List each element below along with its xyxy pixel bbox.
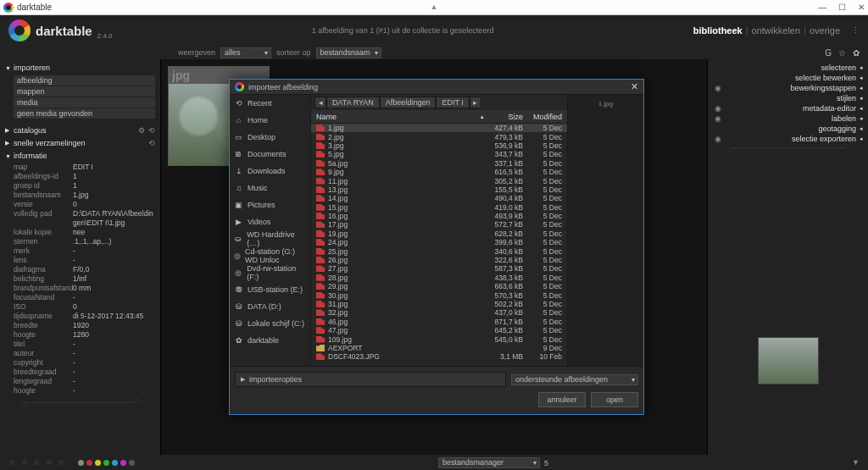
file-row[interactable]: 28.jpg438,3 kB5 Dec — [311, 274, 567, 282]
color-dot[interactable] — [112, 460, 118, 466]
dialog-titlebar[interactable]: importeer afbeelding ✕ — [230, 80, 643, 95]
place-music[interactable]: ♫Music — [230, 180, 310, 196]
file-row[interactable]: 31.jpg502,2 kB5 Dec — [311, 300, 567, 308]
place-videos[interactable]: ▶Videos — [230, 213, 310, 230]
place-recent[interactable]: ⟲Recent — [230, 95, 310, 112]
minimize-button[interactable]: — — [818, 3, 826, 12]
settings-icon[interactable]: ✿ — [853, 48, 860, 58]
gear-icon[interactable]: ⚙ — [138, 126, 145, 135]
eye-icon[interactable]: ◉ — [715, 84, 721, 92]
dialog-close-icon[interactable]: ✕ — [631, 81, 638, 92]
file-list[interactable]: 1.jpg427,4 kB5 Dec2.jpg479,3 kB5 Dec3.jp… — [311, 124, 567, 366]
place-wd-harddrive-[interactable]: ⛀WD Harddrive (…) — [230, 230, 310, 247]
file-row[interactable]: 2.jpg479,3 kB5 Dec — [311, 132, 567, 141]
color-dot[interactable] — [86, 460, 92, 466]
view-select[interactable]: alles — [220, 47, 271, 58]
reset-icon[interactable]: ⟲ — [148, 139, 155, 147]
place-downloads[interactable]: ⤓Downloads — [230, 163, 310, 180]
file-row[interactable]: 3.jpg536,9 kB5 Dec — [311, 141, 567, 150]
breadcrumb-segment[interactable]: DATA RYAN — [326, 97, 380, 108]
file-row[interactable]: 14.jpg490,4 kB5 Dec — [311, 194, 567, 202]
import-item[interactable]: media — [14, 97, 155, 108]
color-dot[interactable] — [95, 460, 101, 466]
module-stijlen[interactable]: stijlen◂ — [713, 93, 863, 103]
maximize-button[interactable]: ☐ — [838, 3, 846, 12]
file-row[interactable]: 5a.jpg337,1 kB5 Dec — [311, 159, 567, 168]
import-options-expander[interactable]: ▶importeeropties — [235, 372, 506, 387]
star-rating[interactable]: ☆ ☆ ☆ ☆ ☆ — [8, 458, 66, 467]
file-row[interactable]: 1.jpg427,4 kB5 Dec — [311, 124, 567, 132]
file-row[interactable]: DSCF4023.JPG3,1 MB10 Feb — [311, 352, 567, 361]
place-data-d-[interactable]: ⛁DATA (D:) — [230, 298, 310, 315]
module-geotagging[interactable]: geotagging◂ — [713, 124, 863, 134]
file-row[interactable]: 109.jpg545,0 kB5 Dec — [311, 335, 567, 343]
nav-back-icon[interactable]: ◂ — [314, 97, 326, 108]
file-row[interactable]: 5.jpg343,7 kB5 Dec — [311, 150, 567, 158]
file-row[interactable]: 9.jpg616,5 kB5 Dec — [311, 168, 567, 176]
file-row[interactable]: 25.jpg340,6 kB5 Dec — [311, 246, 567, 255]
mode-library[interactable]: bibliotheek — [693, 25, 743, 36]
open-button[interactable]: open — [591, 392, 638, 407]
file-row[interactable]: 30.jpg570,3 kB5 Dec — [311, 290, 567, 299]
place-desktop[interactable]: ▭Desktop — [230, 129, 310, 146]
place-pictures[interactable]: ▣Pictures — [230, 196, 310, 213]
color-labels[interactable] — [78, 460, 135, 466]
file-row[interactable]: 15.jpg419,0 kB5 Dec — [311, 203, 567, 212]
section-import[interactable]: ▼importeren — [5, 63, 155, 73]
mode-other[interactable]: overige — [810, 25, 840, 36]
file-row[interactable]: 17.jpg572,7 kB5 Dec — [311, 220, 567, 229]
file-filter-select[interactable]: ondersteunde afbeeldingen — [511, 374, 638, 385]
place-dvd-rw-station-f-[interactable]: ◎Dvd-rw-station (F:) — [230, 264, 310, 281]
file-row[interactable]: 47.jpg645,2 kB5 Dec — [311, 326, 567, 335]
module-selecteren[interactable]: selecteren◂ — [713, 63, 863, 73]
module-selectie-bewerken[interactable]: selectie bewerken◂ — [713, 73, 863, 83]
file-row[interactable]: 19.jpg628,2 kB5 Dec — [311, 229, 567, 238]
place-home[interactable]: ⌂Home — [230, 112, 310, 129]
collapse-bottom-icon[interactable]: ▼ — [852, 458, 860, 467]
close-button[interactable]: ✕ — [858, 3, 865, 12]
file-row[interactable]: 16.jpg493,9 kB5 Dec — [311, 212, 567, 220]
mode-develop[interactable]: ontwikkelen — [752, 25, 800, 36]
place-documents[interactable]: 🗎Documents — [230, 146, 310, 163]
module-bewerkingsstappen[interactable]: ◉bewerkingsstappen◂ — [713, 83, 863, 93]
color-dot[interactable] — [120, 460, 126, 466]
nav-fwd-icon[interactable]: ▸ — [470, 97, 481, 108]
file-row[interactable]: AEXPORT9 Dec — [311, 344, 567, 352]
place-darktable[interactable]: ✿darktable — [230, 332, 310, 349]
file-list-header[interactable]: Name▴ Size Modified — [311, 110, 567, 124]
file-row[interactable]: 46.jpg871,7 kB5 Dec — [311, 318, 567, 326]
color-dot[interactable] — [103, 460, 109, 466]
import-item[interactable]: geen media gevonden — [14, 108, 155, 119]
file-row[interactable]: 32.jpg437,0 kB5 Dec — [311, 308, 567, 317]
file-row[interactable]: 13.jpg155,5 kB5 Dec — [311, 185, 567, 194]
eye-icon[interactable]: ◉ — [715, 114, 721, 123]
file-row[interactable]: 29.jpg663,6 kB5 Dec — [311, 282, 567, 290]
module-labelen[interactable]: ◉labelen◂ — [713, 113, 863, 124]
section-collections[interactable]: ▶snelle verzamelingen ⟲ — [5, 138, 155, 148]
eye-icon[interactable]: ◉ — [715, 135, 721, 143]
file-row[interactable]: 11.jpg305,2 kB5 Dec — [311, 176, 567, 185]
module-selectie-exporteren[interactable]: ◉selectie exporteren◂ — [713, 134, 863, 144]
color-dot[interactable] — [129, 460, 135, 466]
import-item[interactable]: mappen — [14, 86, 155, 97]
section-catalog[interactable]: ▶catalogus ⚙ ⟲ — [5, 125, 155, 135]
place-usb-station-e-[interactable]: ⛃USB-station (E:) — [230, 281, 310, 298]
import-item[interactable]: afbeelding — [14, 75, 155, 86]
collapse-top-icon[interactable]: ▲ — [431, 3, 438, 11]
eye-icon[interactable]: ◉ — [715, 104, 721, 113]
file-row[interactable]: 24.jpg399,6 kB5 Dec — [311, 238, 567, 246]
module-metadata-editor[interactable]: ◉metadata-editor◂ — [713, 103, 863, 113]
file-row[interactable]: 27.jpg587,3 kB5 Dec — [311, 264, 567, 273]
place-lokale-schijf-c-[interactable]: ⛁Lokale schijf (C:) — [230, 315, 310, 332]
cancel-button[interactable]: annuleer — [538, 392, 586, 407]
star-icon[interactable]: ☆ — [838, 48, 846, 58]
group-icon[interactable]: G — [825, 48, 832, 58]
sort-select[interactable]: bestandsnaam — [316, 47, 381, 58]
breadcrumb-segment[interactable]: EDIT I — [436, 97, 469, 108]
breadcrumb-segment[interactable]: Afbeeldingen — [380, 97, 437, 108]
layout-select[interactable]: bestandsmanager — [438, 457, 540, 468]
modes-menu-icon[interactable]: ⋮ — [852, 26, 860, 35]
place-cd-station-g-wd-unloc[interactable]: ◎Cd-station (G:) WD Unloc — [230, 247, 310, 264]
color-dot[interactable] — [78, 460, 84, 466]
reset-icon[interactable]: ⟲ — [148, 126, 155, 135]
